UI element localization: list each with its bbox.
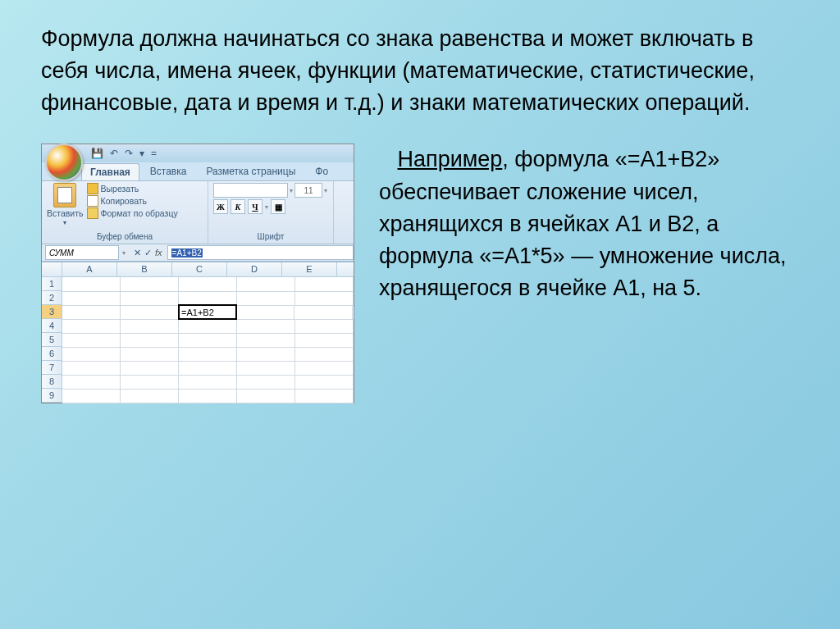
cell[interactable] xyxy=(295,319,354,334)
cell[interactable] xyxy=(62,389,121,403)
main-paragraph: Формула должна начинаться со знака равен… xyxy=(41,23,799,119)
cell[interactable] xyxy=(62,375,121,390)
row-header-7[interactable]: 7 xyxy=(42,361,62,375)
title-bar: 💾 ↶ ↷ ▾ = xyxy=(42,144,354,162)
name-box[interactable]: СУММ xyxy=(45,245,119,260)
undo-icon[interactable]: ↶ xyxy=(110,148,118,159)
cell[interactable] xyxy=(295,361,354,376)
cell[interactable] xyxy=(295,347,354,362)
col-header-b[interactable]: B xyxy=(117,262,172,276)
tab-truncated[interactable]: Фо xyxy=(306,162,337,180)
font-dd-icon[interactable]: ▾ xyxy=(290,187,293,194)
paste-label: Вставить xyxy=(47,208,84,218)
cell[interactable] xyxy=(121,375,179,390)
enter-icon[interactable]: ✓ xyxy=(144,248,152,258)
formula-bar[interactable]: =A1+B2 xyxy=(167,245,354,260)
cell[interactable] xyxy=(295,375,354,390)
fx-icon[interactable]: fx xyxy=(155,248,162,258)
qat-dropdown-icon[interactable]: ▾ xyxy=(139,148,144,159)
cut-button[interactable]: Вырезать xyxy=(87,183,178,194)
row-header-8[interactable]: 8 xyxy=(42,375,62,389)
formula-bar-row: СУММ ▾ ✕ ✓ fx =A1+B2 xyxy=(42,244,354,262)
font-family-select[interactable] xyxy=(213,183,288,198)
ribbon: Вставить ▾ Вырезать Копировать Формат по… xyxy=(42,180,354,244)
cell[interactable] xyxy=(62,347,121,362)
col-header-e[interactable]: E xyxy=(282,262,337,276)
cell[interactable] xyxy=(295,291,354,306)
paste-icon xyxy=(53,183,76,207)
cell[interactable] xyxy=(295,333,354,348)
copy-icon xyxy=(87,195,98,207)
cell[interactable] xyxy=(62,333,121,348)
office-button-icon[interactable] xyxy=(45,144,83,181)
cell[interactable] xyxy=(179,277,237,292)
cell[interactable] xyxy=(237,361,295,376)
save-icon[interactable]: 💾 xyxy=(91,148,103,159)
tab-insert[interactable]: Вставка xyxy=(141,162,196,180)
font-dd2-icon[interactable]: ▾ xyxy=(265,203,268,211)
cell[interactable] xyxy=(121,277,179,292)
select-all-corner[interactable] xyxy=(42,262,62,276)
font-size-select[interactable]: 11 xyxy=(294,183,322,198)
cell[interactable] xyxy=(121,347,179,362)
row-header-9[interactable]: 9 xyxy=(42,389,62,403)
cell[interactable] xyxy=(121,333,179,348)
cell[interactable] xyxy=(62,319,121,334)
cell[interactable] xyxy=(62,361,121,376)
active-cell[interactable]: =A1+B2 xyxy=(178,304,237,320)
cell[interactable] xyxy=(236,305,294,320)
cell[interactable] xyxy=(121,305,179,320)
cell[interactable] xyxy=(179,319,237,334)
row-header-5[interactable]: 5 xyxy=(42,333,62,347)
cell[interactable] xyxy=(295,389,354,403)
tab-page-layout[interactable]: Разметка страницы xyxy=(197,162,304,180)
cell[interactable] xyxy=(62,305,121,320)
cancel-icon[interactable]: ✕ xyxy=(134,248,141,258)
cell[interactable] xyxy=(294,305,353,320)
cell[interactable] xyxy=(237,319,295,334)
cell[interactable] xyxy=(237,291,295,306)
cell[interactable] xyxy=(237,333,295,348)
cell[interactable] xyxy=(121,361,179,376)
tab-home[interactable]: Главная xyxy=(81,163,139,180)
cell[interactable] xyxy=(121,291,179,306)
cell[interactable] xyxy=(295,277,354,292)
cell[interactable] xyxy=(121,389,179,403)
row-header-6[interactable]: 6 xyxy=(42,347,62,361)
clipboard-group-label: Буфер обмена xyxy=(47,232,203,242)
cell[interactable] xyxy=(62,277,121,292)
italic-button[interactable]: К xyxy=(231,199,245,214)
row-header-4[interactable]: 4 xyxy=(42,319,62,333)
row-header-3[interactable]: 3 xyxy=(42,305,62,319)
copy-button[interactable]: Копировать xyxy=(87,195,178,207)
font-group-label: Шрифт xyxy=(213,232,328,242)
cell[interactable] xyxy=(121,319,179,334)
size-dd-icon[interactable]: ▾ xyxy=(324,187,327,194)
cell[interactable] xyxy=(179,375,237,390)
row-header-2[interactable]: 2 xyxy=(42,291,62,305)
body-paragraph: Например, формула «=A1+B2» обеспечивает … xyxy=(379,144,799,304)
cell[interactable] xyxy=(237,389,295,403)
bold-button[interactable]: Ж xyxy=(213,199,228,214)
cell[interactable] xyxy=(179,361,237,376)
redo-icon[interactable]: ↷ xyxy=(125,148,133,159)
cell[interactable] xyxy=(237,347,295,362)
cell[interactable] xyxy=(237,277,295,292)
col-header-c[interactable]: C xyxy=(172,262,227,276)
format-painter-button[interactable]: Формат по образцу xyxy=(87,207,178,219)
col-header-a[interactable]: A xyxy=(62,262,117,276)
cell[interactable] xyxy=(179,389,237,403)
row-header-1[interactable]: 1 xyxy=(42,277,62,291)
cell[interactable] xyxy=(62,291,121,306)
paste-button[interactable]: Вставить ▾ xyxy=(47,183,84,232)
clipboard-group: Вставить ▾ Вырезать Копировать Формат по… xyxy=(42,181,208,244)
cell[interactable] xyxy=(179,347,237,362)
border-button[interactable]: ▦ xyxy=(271,199,285,214)
body-lead: Например xyxy=(398,147,503,171)
col-header-d[interactable]: D xyxy=(227,262,282,276)
underline-button[interactable]: Ч xyxy=(248,199,262,214)
cell[interactable] xyxy=(179,333,237,348)
paste-dropdown-icon[interactable]: ▾ xyxy=(63,219,66,226)
cell[interactable] xyxy=(237,375,295,390)
namebox-dd-icon[interactable]: ▾ xyxy=(122,249,126,257)
